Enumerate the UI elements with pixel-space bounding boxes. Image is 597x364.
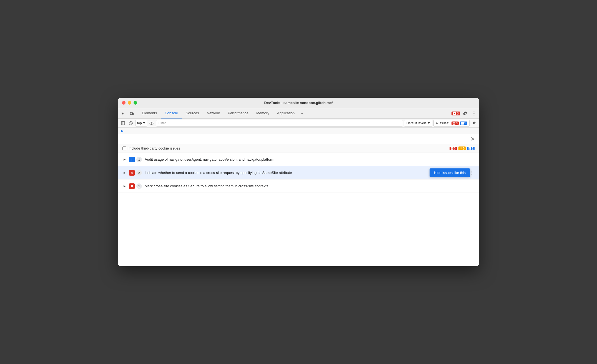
traffic-lights — [122, 101, 137, 105]
issue-panel-menu-icon[interactable]: ⋮ — [121, 136, 127, 141]
issue-text: Audit usage of navigator.userAgent, navi… — [145, 157, 475, 161]
issue-row[interactable]: ▶ ✕ 2 Indicate whether to send a cookie … — [118, 166, 479, 180]
issue-row[interactable]: ▶ ✕ 1 Mark cross-site cookies as Secure … — [118, 180, 479, 193]
hide-issues-button[interactable]: Hide issues like this — [430, 168, 470, 177]
tab-performance[interactable]: Performance — [224, 108, 252, 118]
tab-list: Elements Console Sources Network Perform… — [138, 108, 451, 118]
expand-arrow-icon: ▶ — [122, 171, 127, 175]
device-toggle-icon[interactable] — [128, 110, 136, 117]
issues-header: Include third-party cookie issues 3 ⚠ 0 … — [118, 144, 479, 153]
tab-bar-right: 3 — [451, 110, 478, 117]
issues-header-warning-badge: ⚠ 0 — [458, 146, 466, 150]
issues-header-error-badge: 3 — [450, 147, 457, 150]
tab-bar-icons — [119, 110, 136, 117]
title-bar: DevTools - samesite-sandbox.glitch.me/ — [118, 98, 479, 108]
tab-sources[interactable]: Sources — [182, 108, 203, 118]
issues-counter: 4 Issues: 3 i 1 — [433, 120, 470, 127]
console-content: ▶ ⋮ ✕ Include third-party cookie issues — [118, 128, 479, 266]
devtools-panel: Elements Console Sources Network Perform… — [118, 108, 479, 266]
expand-arrow-icon: ▶ — [122, 184, 127, 188]
maximize-button[interactable] — [134, 101, 137, 105]
include-third-party-label: Include third-party cookie issues — [129, 146, 180, 150]
tab-overflow[interactable]: » — [298, 111, 305, 115]
window-title: DevTools - samesite-sandbox.glitch.me/ — [264, 101, 333, 105]
issue-count-badge: 1 — [136, 183, 142, 189]
console-sidebar-icon[interactable] — [120, 120, 126, 127]
tab-network[interactable]: Network — [203, 108, 224, 118]
issue-count-badge: 1 — [136, 157, 142, 162]
svg-rect-6 — [121, 122, 125, 125]
include-third-party-section: Include third-party cookie issues — [122, 146, 180, 150]
svg-line-9 — [130, 122, 132, 124]
tab-console[interactable]: Console — [161, 108, 182, 118]
cursor-icon[interactable] — [119, 110, 127, 117]
issues-error-badge: 3 — [451, 122, 459, 125]
include-third-party-checkbox[interactable] — [122, 146, 126, 150]
svg-point-3 — [474, 111, 475, 112]
tab-bar: Elements Console Sources Network Perform… — [118, 108, 479, 119]
close-issues-button[interactable]: ✕ — [470, 136, 475, 142]
tab-application[interactable]: Application — [273, 108, 299, 118]
svg-rect-1 — [132, 113, 134, 115]
issue-type-icon: ✕ — [129, 183, 135, 189]
issue-type-icon: i — [129, 157, 135, 162]
issue-row[interactable]: ▶ i 1 Audit usage of navigator.userAgent… — [118, 153, 479, 166]
devtools-window: DevTools - samesite-sandbox.glitch.me/ — [118, 98, 479, 266]
clear-console-icon[interactable] — [127, 120, 134, 127]
console-settings-icon[interactable] — [471, 120, 477, 127]
issues-header-info-badge: i 1 — [467, 147, 475, 150]
log-level-selector[interactable]: Default levels — [404, 120, 432, 127]
tab-memory[interactable]: Memory — [252, 108, 273, 118]
issue-text: Mark cross-site cookies as Secure to all… — [145, 184, 475, 188]
error-count-badge: 3 — [451, 112, 460, 115]
context-selector[interactable]: top — [135, 120, 147, 127]
filter-input[interactable] — [156, 120, 403, 127]
more-options-icon[interactable] — [470, 110, 478, 117]
close-button[interactable] — [122, 101, 126, 105]
minimize-button[interactable] — [128, 101, 131, 105]
issues-header-badges: 3 ⚠ 0 i 1 — [450, 146, 475, 150]
svg-point-10 — [150, 122, 153, 124]
console-arrow-icon: ▶ — [121, 129, 124, 133]
expand-arrow-icon: ▶ — [122, 157, 127, 162]
issue-count-badge: 2 — [136, 170, 142, 176]
issue-type-icon: ✕ — [129, 170, 135, 176]
svg-point-4 — [474, 113, 475, 114]
issues-info-badge: i 1 — [460, 122, 467, 125]
svg-text:i: i — [469, 147, 470, 150]
svg-rect-0 — [130, 112, 132, 115]
include-third-party-control: Include third-party cookie issues — [122, 146, 180, 150]
tab-elements[interactable]: Elements — [138, 108, 161, 118]
issue-text: Indicate whether to send a cookie in a c… — [145, 171, 468, 175]
console-top-section: ▶ — [118, 128, 479, 134]
svg-text:i: i — [462, 122, 463, 125]
console-toolbar: top Default levels 4 Issues: 3 — [118, 119, 479, 128]
eye-icon[interactable] — [148, 120, 155, 127]
settings-icon[interactable] — [461, 110, 469, 117]
svg-point-11 — [151, 123, 152, 124]
three-dots-bar: ⋮ ✕ — [118, 134, 479, 144]
svg-point-5 — [474, 115, 475, 115]
